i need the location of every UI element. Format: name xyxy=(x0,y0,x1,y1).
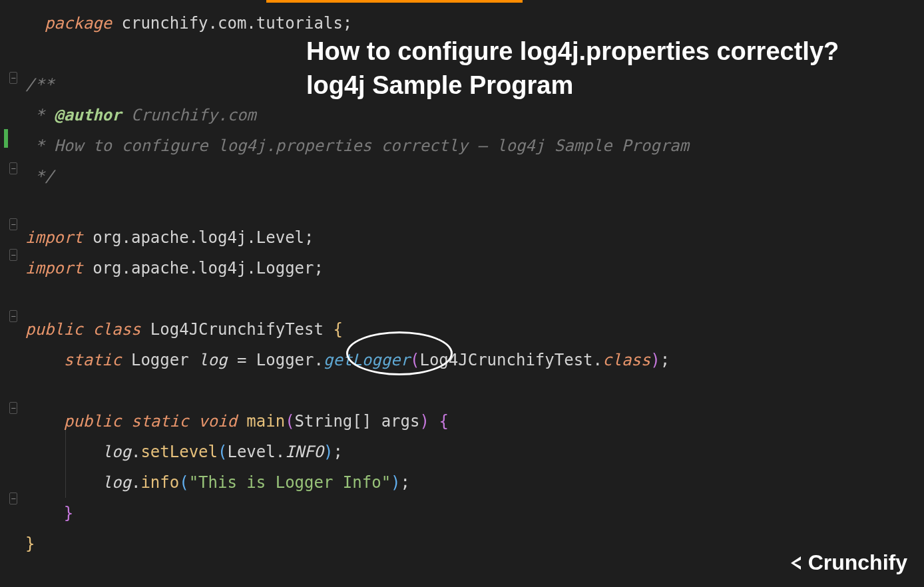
code-line xyxy=(25,192,917,222)
fold-marker-icon[interactable]: − xyxy=(9,492,17,504)
code-line xyxy=(25,375,917,406)
code-line: public static void main(String[] args) { xyxy=(25,406,917,437)
logo-icon xyxy=(784,553,804,573)
code-line: */ xyxy=(25,161,917,192)
code-line: log.setLevel(Level.INFO); xyxy=(25,437,917,467)
code-line: } xyxy=(25,498,917,528)
editor-gutter: − − − − − − − xyxy=(0,0,20,587)
fold-marker-icon[interactable]: − xyxy=(9,162,17,174)
code-line: static Logger log = Logger.getLogger(Log… xyxy=(25,345,917,375)
title-line: How to configure log4j.properties correc… xyxy=(306,35,839,69)
fold-marker-icon[interactable]: − xyxy=(9,249,17,261)
fold-marker-icon[interactable]: − xyxy=(9,310,17,322)
code-line: * @author Crunchify.com xyxy=(25,100,917,130)
code-line: log.info("This is Logger Info"); xyxy=(25,467,917,498)
code-line: * How to configure log4j.properties corr… xyxy=(25,130,917,161)
logo-text: Crunchify xyxy=(808,550,907,575)
title-line: log4j Sample Program xyxy=(306,69,839,102)
fold-marker-icon[interactable]: − xyxy=(9,72,17,84)
change-marker-icon xyxy=(4,129,8,148)
fold-marker-icon[interactable]: − xyxy=(9,218,17,230)
code-line: import org.apache.log4j.Level; xyxy=(25,222,917,253)
fold-marker-icon[interactable]: − xyxy=(9,402,17,414)
code-line: import org.apache.log4j.Logger; xyxy=(25,253,917,284)
code-line xyxy=(25,284,917,314)
code-line: public class Log4JCrunchifyTest { xyxy=(25,314,917,345)
brand-logo: Crunchify xyxy=(784,550,907,575)
page-title: How to configure log4j.properties correc… xyxy=(306,35,839,103)
tab-indicator xyxy=(266,0,523,3)
